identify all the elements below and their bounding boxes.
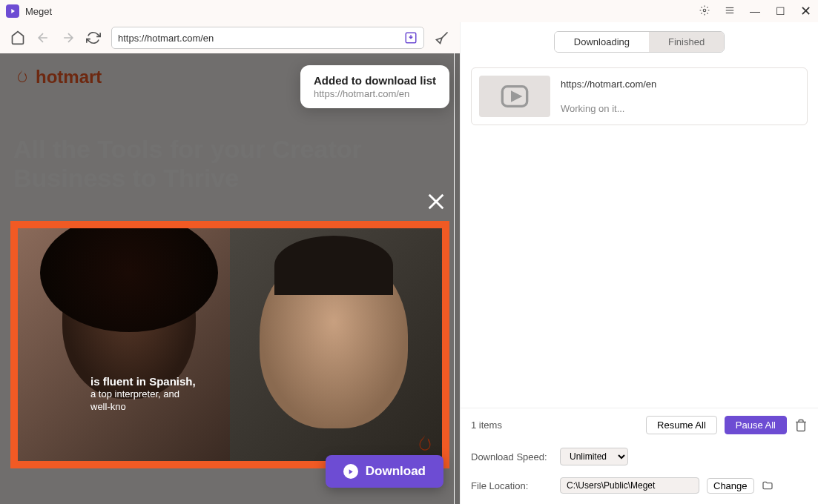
app-title: Meget: [25, 6, 52, 17]
item-count: 1 items: [471, 420, 639, 431]
list-item[interactable]: https://hotmart.com/en Working on it...: [471, 67, 808, 125]
list-footer: 1 items Resume All Pause All: [461, 408, 818, 442]
location-input[interactable]: [560, 477, 699, 494]
download-button[interactable]: Download: [326, 455, 443, 488]
app-logo: [6, 4, 19, 18]
back-icon[interactable]: [36, 30, 50, 45]
video-name: JANE: [18, 315, 21, 455]
url-bar[interactable]: [111, 27, 424, 49]
resume-all-button[interactable]: Resume All: [646, 416, 717, 434]
folder-icon[interactable]: [762, 480, 774, 491]
svg-point-0: [703, 9, 706, 12]
item-url: https://hotmart.com/en: [561, 79, 799, 90]
home-icon[interactable]: [10, 30, 25, 45]
forward-icon[interactable]: [61, 30, 76, 45]
tab-downloading[interactable]: Downloading: [555, 32, 649, 52]
trash-icon[interactable]: [794, 419, 808, 432]
browser-toolbar: [0, 22, 460, 53]
settings-icon[interactable]: [698, 5, 711, 18]
notification-subtitle: https://hotmart.com/en: [314, 88, 436, 99]
close-video-icon[interactable]: [426, 191, 446, 215]
minimize-button[interactable]: —: [748, 5, 762, 17]
video-caption: is fluent in Spanish, a top interpreter,…: [90, 374, 196, 414]
menu-icon[interactable]: [723, 5, 736, 18]
speed-select[interactable]: Unlimited: [560, 448, 628, 465]
scrollbar[interactable]: [454, 53, 460, 504]
download-tabs: Downloading Finished: [461, 22, 818, 62]
video-preview[interactable]: JANE is fluent in Spanish, a top interpr…: [10, 221, 449, 468]
brush-icon[interactable]: [435, 30, 449, 45]
video-thumbnail: [479, 76, 550, 117]
close-button[interactable]: ✕: [799, 3, 812, 19]
location-label: File Location:: [471, 480, 553, 491]
url-input[interactable]: [118, 33, 404, 44]
webview: hotmart All the Tools for your Creator B…: [0, 53, 460, 504]
notification-title: Added to download list: [314, 74, 436, 87]
reload-icon[interactable]: [86, 30, 101, 45]
speed-label: Download Speed:: [471, 451, 553, 462]
location-setting: File Location: Change: [461, 471, 818, 504]
item-status: Working on it...: [561, 103, 799, 114]
tab-finished[interactable]: Finished: [649, 32, 724, 52]
play-circle-icon: [500, 82, 530, 111]
play-icon: [343, 464, 358, 479]
titlebar: Meget — ☐ ✕: [0, 0, 818, 22]
download-to-icon[interactable]: [404, 31, 418, 44]
speed-setting: Download Speed: Unlimited: [461, 442, 818, 471]
change-button[interactable]: Change: [707, 478, 754, 494]
download-list: https://hotmart.com/en Working on it...: [461, 62, 818, 408]
maximize-button[interactable]: ☐: [774, 5, 787, 17]
pause-all-button[interactable]: Pause All: [725, 416, 787, 434]
download-notification: Added to download list https://hotmart.c…: [300, 65, 449, 108]
flame-icon: [414, 433, 436, 455]
